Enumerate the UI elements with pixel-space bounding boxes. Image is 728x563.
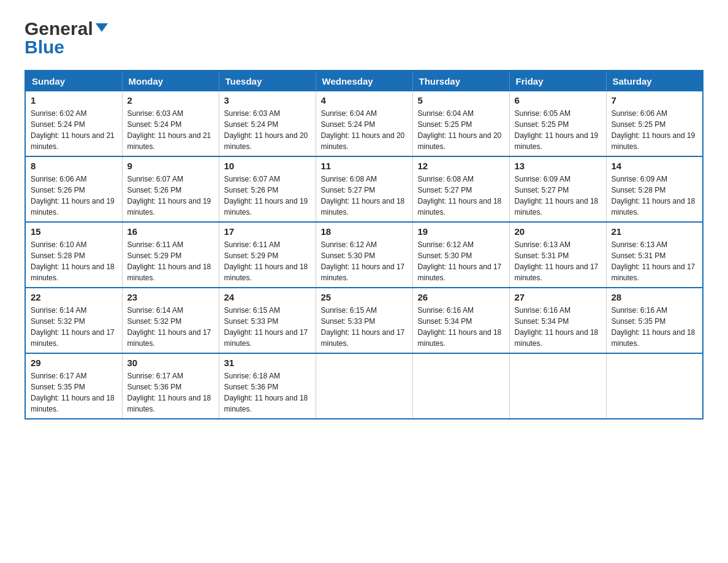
calendar-table: SundayMondayTuesdayWednesdayThursdayFrid… bbox=[25, 70, 703, 419]
day-cell: 23 Sunrise: 6:14 AMSunset: 5:32 PMDaylig… bbox=[122, 288, 219, 353]
day-info: Sunrise: 6:08 AMSunset: 5:27 PMDaylight:… bbox=[321, 175, 405, 216]
day-info: Sunrise: 6:09 AMSunset: 5:28 PMDaylight:… bbox=[612, 175, 696, 216]
day-number: 22 bbox=[31, 292, 117, 302]
day-info: Sunrise: 6:08 AMSunset: 5:27 PMDaylight:… bbox=[418, 175, 502, 216]
day-cell: 31 Sunrise: 6:18 AMSunset: 5:36 PMDaylig… bbox=[219, 353, 316, 419]
day-info: Sunrise: 6:16 AMSunset: 5:35 PMDaylight:… bbox=[612, 306, 696, 348]
day-cell: 3 Sunrise: 6:03 AMSunset: 5:24 PMDayligh… bbox=[219, 91, 316, 156]
day-info: Sunrise: 6:17 AMSunset: 5:36 PMDaylight:… bbox=[127, 372, 211, 413]
day-cell: 7 Sunrise: 6:06 AMSunset: 5:25 PMDayligh… bbox=[606, 91, 703, 156]
day-info: Sunrise: 6:04 AMSunset: 5:25 PMDaylight:… bbox=[418, 109, 502, 151]
day-number: 23 bbox=[127, 292, 214, 302]
day-cell: 25 Sunrise: 6:15 AMSunset: 5:33 PMDaylig… bbox=[316, 288, 412, 353]
weekday-header-saturday: Saturday bbox=[606, 71, 703, 91]
weekday-header-wednesday: Wednesday bbox=[316, 71, 412, 91]
day-number: 10 bbox=[224, 161, 311, 171]
week-row-2: 8 Sunrise: 6:06 AMSunset: 5:26 PMDayligh… bbox=[25, 156, 703, 222]
day-cell: 6 Sunrise: 6:05 AMSunset: 5:25 PMDayligh… bbox=[509, 91, 606, 156]
day-cell bbox=[316, 353, 412, 419]
day-info: Sunrise: 6:02 AMSunset: 5:24 PMDaylight:… bbox=[31, 109, 115, 151]
day-cell: 24 Sunrise: 6:15 AMSunset: 5:33 PMDaylig… bbox=[219, 288, 316, 353]
week-row-3: 15 Sunrise: 6:10 AMSunset: 5:28 PMDaylig… bbox=[25, 222, 703, 288]
day-cell: 29 Sunrise: 6:17 AMSunset: 5:35 PMDaylig… bbox=[25, 353, 122, 419]
day-info: Sunrise: 6:16 AMSunset: 5:34 PMDaylight:… bbox=[515, 306, 599, 348]
day-cell: 15 Sunrise: 6:10 AMSunset: 5:28 PMDaylig… bbox=[25, 222, 122, 288]
day-cell: 10 Sunrise: 6:07 AMSunset: 5:26 PMDaylig… bbox=[219, 156, 316, 222]
day-info: Sunrise: 6:05 AMSunset: 5:25 PMDaylight:… bbox=[515, 109, 599, 151]
day-info: Sunrise: 6:09 AMSunset: 5:27 PMDaylight:… bbox=[515, 175, 599, 216]
day-info: Sunrise: 6:17 AMSunset: 5:35 PMDaylight:… bbox=[31, 372, 115, 413]
logo-triangle-icon bbox=[96, 23, 108, 32]
day-number: 27 bbox=[515, 292, 601, 302]
day-number: 25 bbox=[321, 292, 408, 302]
day-cell: 20 Sunrise: 6:13 AMSunset: 5:31 PMDaylig… bbox=[509, 222, 606, 288]
day-cell: 17 Sunrise: 6:11 AMSunset: 5:29 PMDaylig… bbox=[219, 222, 316, 288]
day-info: Sunrise: 6:11 AMSunset: 5:29 PMDaylight:… bbox=[127, 240, 211, 282]
day-cell: 13 Sunrise: 6:09 AMSunset: 5:27 PMDaylig… bbox=[509, 156, 606, 222]
day-cell: 2 Sunrise: 6:03 AMSunset: 5:24 PMDayligh… bbox=[122, 91, 219, 156]
day-cell: 5 Sunrise: 6:04 AMSunset: 5:25 PMDayligh… bbox=[412, 91, 509, 156]
day-number: 21 bbox=[612, 226, 698, 237]
day-cell: 27 Sunrise: 6:16 AMSunset: 5:34 PMDaylig… bbox=[509, 288, 606, 353]
day-info: Sunrise: 6:04 AMSunset: 5:24 PMDaylight:… bbox=[321, 109, 405, 151]
day-info: Sunrise: 6:12 AMSunset: 5:30 PMDaylight:… bbox=[418, 240, 502, 282]
logo: General Blue bbox=[25, 18, 108, 58]
day-cell bbox=[509, 353, 606, 419]
day-cell: 26 Sunrise: 6:16 AMSunset: 5:34 PMDaylig… bbox=[412, 288, 509, 353]
week-row-1: 1 Sunrise: 6:02 AMSunset: 5:24 PMDayligh… bbox=[25, 91, 703, 156]
day-number: 6 bbox=[515, 95, 601, 105]
day-info: Sunrise: 6:15 AMSunset: 5:33 PMDaylight:… bbox=[224, 306, 308, 348]
day-cell: 12 Sunrise: 6:08 AMSunset: 5:27 PMDaylig… bbox=[412, 156, 509, 222]
day-number: 7 bbox=[612, 95, 698, 105]
day-info: Sunrise: 6:06 AMSunset: 5:25 PMDaylight:… bbox=[612, 109, 696, 151]
week-row-4: 22 Sunrise: 6:14 AMSunset: 5:32 PMDaylig… bbox=[25, 288, 703, 353]
day-number: 8 bbox=[31, 161, 117, 171]
day-info: Sunrise: 6:03 AMSunset: 5:24 PMDaylight:… bbox=[127, 109, 211, 151]
day-number: 4 bbox=[321, 95, 408, 105]
day-number: 29 bbox=[31, 358, 117, 368]
day-cell: 28 Sunrise: 6:16 AMSunset: 5:35 PMDaylig… bbox=[606, 288, 703, 353]
day-cell: 19 Sunrise: 6:12 AMSunset: 5:30 PMDaylig… bbox=[412, 222, 509, 288]
day-cell bbox=[606, 353, 703, 419]
day-cell: 9 Sunrise: 6:07 AMSunset: 5:26 PMDayligh… bbox=[122, 156, 219, 222]
week-row-5: 29 Sunrise: 6:17 AMSunset: 5:35 PMDaylig… bbox=[25, 353, 703, 419]
day-number: 30 bbox=[127, 358, 214, 368]
day-number: 11 bbox=[321, 161, 408, 171]
day-number: 15 bbox=[31, 226, 117, 237]
day-info: Sunrise: 6:14 AMSunset: 5:32 PMDaylight:… bbox=[127, 306, 211, 348]
weekday-header-row: SundayMondayTuesdayWednesdayThursdayFrid… bbox=[25, 71, 703, 91]
day-cell: 1 Sunrise: 6:02 AMSunset: 5:24 PMDayligh… bbox=[25, 91, 122, 156]
day-number: 9 bbox=[127, 161, 214, 171]
day-number: 26 bbox=[418, 292, 504, 302]
day-info: Sunrise: 6:12 AMSunset: 5:30 PMDaylight:… bbox=[321, 240, 405, 282]
day-cell: 11 Sunrise: 6:08 AMSunset: 5:27 PMDaylig… bbox=[316, 156, 412, 222]
day-info: Sunrise: 6:15 AMSunset: 5:33 PMDaylight:… bbox=[321, 306, 405, 348]
day-cell: 4 Sunrise: 6:04 AMSunset: 5:24 PMDayligh… bbox=[316, 91, 412, 156]
day-number: 20 bbox=[515, 226, 601, 237]
day-number: 17 bbox=[224, 226, 311, 237]
logo-general: General bbox=[25, 18, 93, 39]
day-cell: 30 Sunrise: 6:17 AMSunset: 5:36 PMDaylig… bbox=[122, 353, 219, 419]
day-number: 3 bbox=[224, 95, 311, 105]
day-info: Sunrise: 6:07 AMSunset: 5:26 PMDaylight:… bbox=[224, 175, 308, 216]
weekday-header-friday: Friday bbox=[509, 71, 606, 91]
day-number: 16 bbox=[127, 226, 214, 237]
day-number: 2 bbox=[127, 95, 214, 105]
day-number: 13 bbox=[515, 161, 601, 171]
day-info: Sunrise: 6:10 AMSunset: 5:28 PMDaylight:… bbox=[31, 240, 115, 282]
day-info: Sunrise: 6:18 AMSunset: 5:36 PMDaylight:… bbox=[224, 372, 308, 413]
day-info: Sunrise: 6:06 AMSunset: 5:26 PMDaylight:… bbox=[31, 175, 115, 216]
day-info: Sunrise: 6:14 AMSunset: 5:32 PMDaylight:… bbox=[31, 306, 115, 348]
day-info: Sunrise: 6:13 AMSunset: 5:31 PMDaylight:… bbox=[515, 240, 599, 282]
day-number: 18 bbox=[321, 226, 408, 237]
day-info: Sunrise: 6:03 AMSunset: 5:24 PMDaylight:… bbox=[224, 109, 308, 151]
weekday-header-sunday: Sunday bbox=[25, 71, 122, 91]
weekday-header-thursday: Thursday bbox=[412, 71, 509, 91]
day-number: 28 bbox=[612, 292, 698, 302]
day-info: Sunrise: 6:07 AMSunset: 5:26 PMDaylight:… bbox=[127, 175, 211, 216]
day-number: 31 bbox=[224, 358, 311, 368]
weekday-header-monday: Monday bbox=[122, 71, 219, 91]
day-number: 5 bbox=[418, 95, 504, 105]
day-info: Sunrise: 6:13 AMSunset: 5:31 PMDaylight:… bbox=[612, 240, 696, 282]
day-cell: 22 Sunrise: 6:14 AMSunset: 5:32 PMDaylig… bbox=[25, 288, 122, 353]
